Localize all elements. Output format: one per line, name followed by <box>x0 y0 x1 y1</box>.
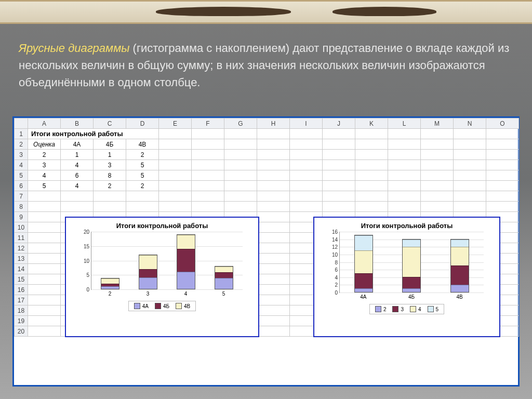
col-header[interactable]: C <box>94 118 126 129</box>
cell[interactable] <box>454 139 486 150</box>
cell[interactable] <box>257 285 290 295</box>
cell[interactable] <box>421 160 454 170</box>
cell[interactable] <box>257 316 290 326</box>
cell[interactable] <box>388 150 421 160</box>
cell[interactable] <box>355 160 388 170</box>
row-header[interactable]: 14 <box>15 264 28 274</box>
row-header[interactable]: 8 <box>15 202 28 212</box>
cell[interactable] <box>28 191 61 202</box>
cell[interactable] <box>355 129 388 139</box>
cell[interactable] <box>290 181 323 191</box>
cell[interactable] <box>388 129 421 139</box>
cell[interactable] <box>257 150 290 160</box>
cell[interactable] <box>224 129 257 139</box>
cell[interactable] <box>323 129 355 139</box>
cell[interactable] <box>388 170 421 181</box>
cell[interactable] <box>323 181 355 191</box>
cell[interactable] <box>323 202 355 212</box>
row-header[interactable]: 15 <box>15 274 28 285</box>
cell[interactable] <box>192 129 224 139</box>
cell[interactable] <box>28 295 61 305</box>
cell[interactable] <box>486 181 519 191</box>
cell[interactable]: 2 <box>126 181 159 191</box>
row-header[interactable]: 6 <box>15 181 28 191</box>
cell[interactable] <box>454 160 486 170</box>
cell[interactable] <box>159 170 192 181</box>
cell[interactable] <box>224 160 257 170</box>
cell[interactable] <box>257 326 290 337</box>
cell[interactable]: 1 <box>94 150 126 160</box>
cell[interactable]: 2 <box>28 150 61 160</box>
cell[interactable] <box>290 160 323 170</box>
cell[interactable] <box>257 212 290 222</box>
cell[interactable] <box>94 202 126 212</box>
col-header[interactable]: B <box>61 118 94 129</box>
cell[interactable] <box>192 170 224 181</box>
cell[interactable] <box>486 202 519 212</box>
cell[interactable]: 1 <box>61 150 94 160</box>
row-header[interactable]: 10 <box>15 222 28 233</box>
cell[interactable] <box>421 170 454 181</box>
cell[interactable] <box>257 139 290 150</box>
cell[interactable] <box>257 160 290 170</box>
col-header[interactable]: O <box>486 118 519 129</box>
cell[interactable] <box>28 316 61 326</box>
cell[interactable] <box>355 202 388 212</box>
cell[interactable] <box>355 150 388 160</box>
cell[interactable] <box>94 191 126 202</box>
cell[interactable] <box>454 150 486 160</box>
cell[interactable] <box>290 202 323 212</box>
cell[interactable] <box>454 129 486 139</box>
cell[interactable] <box>159 202 192 212</box>
row-header[interactable]: 5 <box>15 170 28 181</box>
cell[interactable] <box>355 181 388 191</box>
cell[interactable]: Оценка <box>28 139 61 150</box>
cell[interactable] <box>257 305 290 316</box>
cell[interactable] <box>290 129 323 139</box>
cell[interactable] <box>192 139 224 150</box>
cell[interactable] <box>28 212 61 222</box>
cell[interactable]: 3 <box>94 160 126 170</box>
row-header[interactable]: 4 <box>15 160 28 170</box>
row-header[interactable]: 2 <box>15 139 28 150</box>
cell[interactable] <box>421 181 454 191</box>
cell[interactable]: 2 <box>94 181 126 191</box>
row-header[interactable]: 13 <box>15 254 28 264</box>
cell[interactable] <box>224 181 257 191</box>
cell[interactable] <box>192 150 224 160</box>
row-header[interactable]: 1 <box>15 129 28 139</box>
cell[interactable] <box>486 170 519 181</box>
cell[interactable] <box>28 233 61 243</box>
cell[interactable] <box>224 139 257 150</box>
cell[interactable] <box>257 170 290 181</box>
cell[interactable]: Итоги контрольной работы <box>28 129 159 139</box>
cell[interactable] <box>28 222 61 233</box>
col-header[interactable]: G <box>224 118 257 129</box>
cell[interactable] <box>192 202 224 212</box>
cell[interactable]: 3 <box>28 160 61 170</box>
cell[interactable] <box>28 326 61 337</box>
cell[interactable] <box>257 202 290 212</box>
cell[interactable] <box>28 305 61 316</box>
row-header[interactable]: 18 <box>15 305 28 316</box>
cell[interactable] <box>257 295 290 305</box>
col-header[interactable]: K <box>355 118 388 129</box>
row-header[interactable]: 19 <box>15 316 28 326</box>
col-header[interactable]: A <box>28 118 61 129</box>
cell[interactable] <box>486 191 519 202</box>
cell[interactable] <box>388 202 421 212</box>
col-header[interactable]: N <box>454 118 486 129</box>
cell[interactable] <box>355 139 388 150</box>
cell[interactable] <box>290 150 323 160</box>
cell[interactable] <box>454 202 486 212</box>
cell[interactable] <box>224 170 257 181</box>
col-header[interactable]: J <box>323 118 355 129</box>
row-header[interactable]: 16 <box>15 285 28 295</box>
cell[interactable] <box>159 181 192 191</box>
cell[interactable] <box>421 139 454 150</box>
cell[interactable]: 5 <box>126 170 159 181</box>
cell[interactable] <box>421 202 454 212</box>
cell[interactable] <box>257 222 290 233</box>
cell[interactable] <box>28 202 61 212</box>
cell[interactable] <box>192 181 224 191</box>
